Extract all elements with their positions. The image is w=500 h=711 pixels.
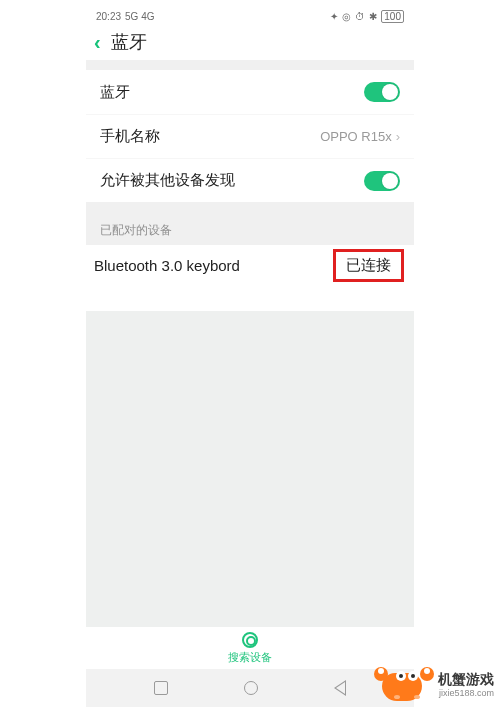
section-gap xyxy=(86,202,414,216)
header: ‹ 蓝牙 xyxy=(86,24,414,60)
row-phone-name-label: 手机名称 xyxy=(100,127,160,146)
phone-name-value: OPPO R15x xyxy=(320,129,392,144)
paired-device-status: 已连接 xyxy=(333,249,404,282)
status-bar: 20:23 5G 4G ✦ ◎ ⏱ ✱ 100 xyxy=(86,8,414,24)
toggle-bluetooth[interactable] xyxy=(364,82,400,102)
back-icon[interactable]: ‹ xyxy=(94,31,101,54)
alarm-icon: ⏱ xyxy=(355,11,365,22)
search-label: 搜索设备 xyxy=(228,650,272,665)
watermark: 机蟹游戏 jixie5188.com xyxy=(376,663,494,707)
phone-frame: 20:23 5G 4G ✦ ◎ ⏱ ✱ 100 ‹ 蓝牙 蓝牙 手机名称 OPP… xyxy=(86,8,414,668)
divider xyxy=(86,60,414,70)
row-bluetooth-label: 蓝牙 xyxy=(100,83,130,102)
watermark-brand: 机蟹游戏 xyxy=(438,672,494,686)
row-phone-name[interactable]: 手机名称 OPPO R15x › xyxy=(86,114,414,158)
page-title: 蓝牙 xyxy=(111,30,147,54)
search-icon xyxy=(242,632,258,648)
bluetooth-status-icon: ✱ xyxy=(369,11,377,22)
dnd-icon: ◎ xyxy=(342,11,351,22)
status-time: 20:23 xyxy=(96,11,121,22)
vibrate-icon: ✦ xyxy=(330,11,338,22)
row-discoverable[interactable]: 允许被其他设备发现 xyxy=(86,158,414,202)
toggle-discoverable[interactable] xyxy=(364,171,400,191)
android-navbar xyxy=(86,669,414,707)
status-signal: 5G 4G xyxy=(125,11,154,22)
nav-recents-icon[interactable] xyxy=(154,681,168,695)
empty-panel xyxy=(86,311,414,627)
crab-logo-icon xyxy=(376,663,432,707)
paired-device-name: Bluetooth 3.0 keybord xyxy=(92,257,240,274)
search-devices-button[interactable]: 搜索设备 xyxy=(86,627,414,669)
chevron-right-icon: › xyxy=(396,129,400,144)
nav-back-icon[interactable] xyxy=(334,680,346,696)
row-discoverable-label: 允许被其他设备发现 xyxy=(100,171,235,190)
row-bluetooth[interactable]: 蓝牙 xyxy=(86,70,414,114)
paired-device-row[interactable]: Bluetooth 3.0 keybord 已连接 xyxy=(86,245,414,285)
battery-label: 100 xyxy=(381,10,404,23)
watermark-url: jixie5188.com xyxy=(438,688,494,698)
paired-section-header: 已配对的设备 xyxy=(86,216,414,245)
nav-home-icon[interactable] xyxy=(244,681,258,695)
